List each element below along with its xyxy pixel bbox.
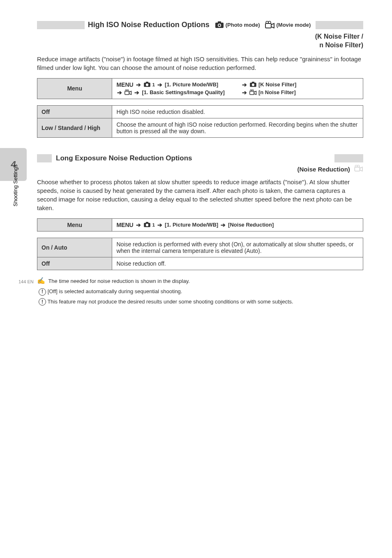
svg-point-18 [252, 90, 254, 91]
tip-note: ✍ The time needed for noise reduction is… [37, 276, 363, 285]
section1-title: High ISO Noise Reduction Options [88, 21, 210, 29]
arrow-right-icon: ➔ [157, 81, 162, 88]
arrow-right-icon: ➔ [221, 222, 226, 228]
video-icon [125, 89, 132, 96]
menu-icon: MENU [116, 222, 133, 228]
section2-options-table: On / Auto Noise reduction is performed w… [37, 238, 363, 270]
mode-photo: (Photo mode) [215, 21, 260, 29]
camera-icon [215, 21, 224, 29]
arrow-right-icon: ➔ [157, 222, 162, 228]
section1-subtitle: (K Noise Filter / n Noise Filter) [37, 32, 363, 50]
row-label-off: Off [37, 257, 112, 270]
section2-menu-table: Menu MENU ➔ 1 ➔ [1. Picture Mode/WB] ➔ [… [37, 218, 363, 232]
section1-header: High ISO Noise Reduction Options (Photo … [37, 21, 363, 29]
svg-point-3 [218, 24, 220, 26]
section2-subtitle: (Noise Reduction) [37, 165, 363, 173]
svg-point-12 [127, 90, 129, 91]
section2-header: Long Exposure Noise Reduction Options [37, 154, 363, 162]
menu-path-cell: MENU ➔ 1 ➔ [1. Picture Mode/WB] ➔ ➔ [1. … [112, 78, 363, 99]
row-desc: Noise reduction off. [112, 257, 363, 270]
camera-icon [143, 81, 151, 88]
arrow-right-icon: ➔ [134, 89, 139, 96]
section1-options-table: Off High ISO noise reduction disabled. L… [37, 105, 363, 138]
camera-icon [249, 81, 257, 88]
svg-rect-10 [125, 91, 129, 94]
row-desc: High ISO noise reduction disabled. [112, 105, 363, 118]
menu-header: Menu [37, 78, 112, 99]
table-row: Off High ISO noise reduction disabled. [37, 105, 363, 118]
menu-header: Menu [37, 218, 112, 231]
svg-rect-19 [355, 167, 360, 171]
page-number: 144 EN [18, 279, 34, 284]
section2-paragraph: Choose whether to process photos taken a… [37, 178, 363, 212]
warning-icon: ! [39, 288, 46, 296]
sidebar-vertical-label: Shooting Settings [12, 164, 18, 206]
svg-point-24 [145, 224, 148, 226]
row-label-on-auto: On / Auto [37, 238, 112, 257]
svg-rect-4 [265, 23, 271, 28]
svg-point-9 [145, 83, 148, 86]
camera-icon [143, 222, 151, 228]
video-icon-disabled [354, 165, 363, 172]
svg-rect-23 [145, 222, 148, 223]
video-icon [249, 89, 257, 96]
arrow-right-icon: ➔ [136, 222, 141, 228]
arrow-right-icon: ➔ [242, 81, 247, 88]
svg-rect-14 [252, 81, 254, 83]
arrow-right-icon: ➔ [136, 81, 141, 88]
menu-path-cell: MENU ➔ 1 ➔ [1. Picture Mode/WB] ➔ [Noise… [112, 218, 363, 231]
section1-paragraph: Reduce image artifacts ("noise") in foot… [37, 55, 363, 72]
arrow-right-icon: ➔ [242, 89, 247, 96]
arrow-right-icon: ➔ [117, 89, 122, 96]
row-label-off: Off [37, 105, 112, 118]
warning-icon: ! [39, 298, 46, 306]
svg-rect-8 [145, 81, 148, 83]
video-icon [265, 21, 275, 29]
table-row: On / Auto Noise reduction is performed w… [37, 238, 363, 257]
section1-menu-table: Menu MENU ➔ 1 ➔ [1. Picture Mode/WB] ➔ ➔ [37, 78, 363, 99]
row-desc: Noise reduction is performed with every … [112, 238, 363, 257]
svg-rect-16 [250, 91, 254, 94]
table-row: Off Noise reduction off. [37, 257, 363, 270]
menu-icon: MENU [116, 81, 133, 88]
row-desc: Choose the amount of high ISO noise redu… [112, 118, 363, 137]
table-row: Low / Standard / High Choose the amount … [37, 118, 363, 137]
section2-title: Long Exposure Noise Reduction Options [56, 154, 192, 162]
svg-point-15 [252, 83, 254, 86]
svg-point-17 [250, 90, 252, 91]
svg-rect-1 [218, 21, 221, 23]
mode-video: (Movie mode) [265, 21, 311, 29]
warning-bullet-2: ! This feature may not produce the desir… [37, 298, 363, 306]
svg-point-11 [125, 90, 127, 91]
row-label-levels: Low / Standard / High [37, 118, 112, 137]
tip-icon: ✍ [37, 276, 45, 285]
warning-bullet-1: ! [Off] is selected automatically during… [37, 288, 363, 296]
